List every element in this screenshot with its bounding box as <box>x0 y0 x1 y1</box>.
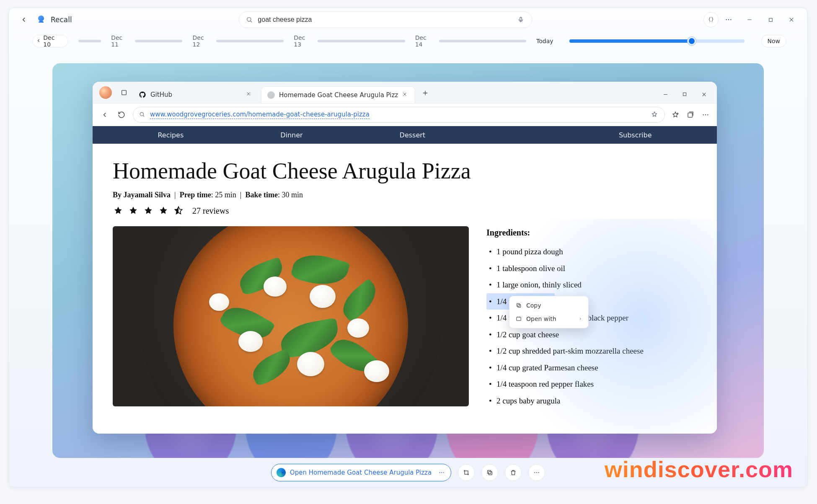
search-input[interactable] <box>258 16 512 23</box>
browser-refresh-button[interactable] <box>116 109 127 120</box>
ingredients-panel: Ingredients: 1 pound pizza dough1 tables… <box>486 226 646 409</box>
svg-point-8 <box>140 112 143 116</box>
recipe-rating: 27 reviews <box>93 204 717 226</box>
search-icon <box>246 16 253 23</box>
nav-dinner[interactable]: Dinner <box>280 131 302 139</box>
timeline-date-label: Dec 11 <box>111 34 131 48</box>
svg-point-0 <box>247 18 251 21</box>
back-button[interactable] <box>18 14 30 26</box>
maximize-button[interactable] <box>766 16 775 24</box>
profile-avatar[interactable] <box>99 86 112 99</box>
svg-rect-14 <box>518 305 521 308</box>
webpage: Homemade Goat Cheese Arugula Pizza By Ja… <box>93 144 717 434</box>
timeline-item-dec13[interactable]: Dec 13 <box>294 34 405 48</box>
nav-recipes[interactable]: Recipes <box>158 131 184 139</box>
recall-logo-icon <box>36 14 47 25</box>
ingredient-item[interactable]: 1 pound pizza dough <box>486 243 646 260</box>
timeline-thumb[interactable] <box>688 37 696 45</box>
code-toggle-button[interactable]: 〈〉 <box>703 12 719 27</box>
delete-button[interactable] <box>505 464 522 481</box>
svg-point-19 <box>443 472 444 473</box>
search-icon <box>139 111 146 118</box>
svg-point-17 <box>439 472 440 473</box>
open-in-app-label: Open Homemade Goat Cheese Arugula Pizza <box>290 469 432 476</box>
timeline-item-dec14[interactable]: Dec 14 <box>415 34 526 48</box>
ingredient-item[interactable]: 2 cups baby arugula <box>486 393 646 409</box>
context-copy-label: Copy <box>526 302 541 309</box>
svg-point-10 <box>703 114 704 115</box>
tab-label: GitHub <box>150 91 172 98</box>
browser-minimize-button[interactable] <box>662 90 669 98</box>
context-copy[interactable]: Copy <box>509 299 588 312</box>
snapshot-stage: GitHub Homemade Goat Cheese Arugula Pizz <box>52 63 764 458</box>
tab-github[interactable]: GitHub <box>133 86 259 103</box>
svg-point-12 <box>707 114 708 115</box>
search-bar[interactable] <box>239 11 532 28</box>
star-icon <box>113 205 124 216</box>
svg-point-23 <box>534 472 535 473</box>
browser-close-button[interactable] <box>700 90 708 98</box>
bookmark-star-icon[interactable] <box>651 111 659 119</box>
svg-rect-22 <box>488 470 491 474</box>
svg-rect-7 <box>683 93 686 96</box>
browser-back-button[interactable] <box>99 109 110 120</box>
chevron-right-icon <box>578 317 582 321</box>
browser-more-icon[interactable] <box>701 110 710 119</box>
ingredient-item[interactable]: 1/2 cup goat cheese <box>486 326 646 343</box>
timeline-today-track[interactable] <box>569 39 745 43</box>
timeline-selected-date[interactable]: Dec 10 <box>32 35 68 47</box>
tab-overview-icon[interactable] <box>118 86 130 99</box>
favorites-icon[interactable] <box>671 110 680 119</box>
ingredient-item[interactable]: 1 large onion, thinly sliced <box>486 277 646 293</box>
context-open-with[interactable]: Open with <box>509 312 588 326</box>
new-tab-button[interactable] <box>418 85 433 101</box>
url-bar[interactable]: www.woodgrovegroceries.com/homemade-goat… <box>133 107 665 123</box>
star-half-icon <box>173 205 184 216</box>
timeline-item-dec11[interactable]: Dec 11 <box>111 34 182 48</box>
tab-recipe[interactable]: Homemade Goat Cheese Arugula Pizz <box>261 86 415 103</box>
more-icon[interactable] <box>724 16 733 24</box>
svg-rect-21 <box>489 471 492 475</box>
crop-button[interactable] <box>458 464 475 481</box>
timeline-now-button[interactable]: Now <box>761 35 787 47</box>
timeline-fill-dec10[interactable] <box>78 40 101 42</box>
svg-rect-16 <box>517 317 521 320</box>
ingredient-item[interactable]: 1 tablespoon olive oil <box>486 260 646 277</box>
recipe-reviews: 27 reviews <box>192 206 229 216</box>
rating-stars <box>113 205 184 216</box>
ingredient-item[interactable]: 1/4 cup grated Parmesan cheese <box>486 359 646 376</box>
tab-label: Homemade Goat Cheese Arugula Pizz <box>279 91 398 99</box>
app-title: Recall <box>51 16 72 24</box>
nav-dessert[interactable]: Dessert <box>400 131 426 139</box>
copy-button[interactable] <box>481 464 498 481</box>
more-actions-button[interactable] <box>528 464 545 481</box>
browser-window: GitHub Homemade Goat Cheese Arugula Pizz <box>93 82 717 434</box>
mic-icon[interactable] <box>517 16 525 24</box>
collections-icon[interactable] <box>686 110 695 119</box>
svg-point-18 <box>441 472 442 473</box>
close-button[interactable] <box>787 16 796 24</box>
browser-toolbar: www.woodgrovegroceries.com/homemade-goat… <box>93 103 717 126</box>
tab-close-icon[interactable] <box>402 92 409 98</box>
svg-point-2 <box>726 19 727 20</box>
url-text: www.woodgrovegroceries.com/homemade-goat… <box>150 111 370 119</box>
svg-point-4 <box>730 19 731 20</box>
recipe-photo <box>113 226 469 406</box>
svg-point-11 <box>705 114 706 115</box>
timeline-item-dec12[interactable]: Dec 12 <box>192 34 284 48</box>
ingredient-item[interactable]: 1/4 teaspoon red pepper flakes <box>486 376 646 393</box>
ingredient-item[interactable]: 1/2 cup shredded part-skim mozzarella ch… <box>486 343 646 359</box>
browser-maximize-button[interactable] <box>681 90 688 98</box>
nav-subscribe[interactable]: Subscribe <box>619 131 652 139</box>
edge-icon <box>277 468 286 477</box>
context-menu: Copy Open with <box>509 296 589 328</box>
open-with-icon <box>515 315 522 322</box>
minimize-button[interactable] <box>745 16 754 24</box>
open-more-icon[interactable] <box>438 469 445 476</box>
site-nav: Recipes Dinner Dessert Subscribe <box>93 126 717 144</box>
tab-close-icon[interactable] <box>246 91 253 98</box>
browser-tabstrip: GitHub Homemade Goat Cheese Arugula Pizz <box>93 82 717 103</box>
browser-window-controls <box>662 90 712 98</box>
svg-rect-6 <box>122 90 127 95</box>
open-in-app-button[interactable]: Open Homemade Goat Cheese Arugula Pizza <box>271 464 451 481</box>
